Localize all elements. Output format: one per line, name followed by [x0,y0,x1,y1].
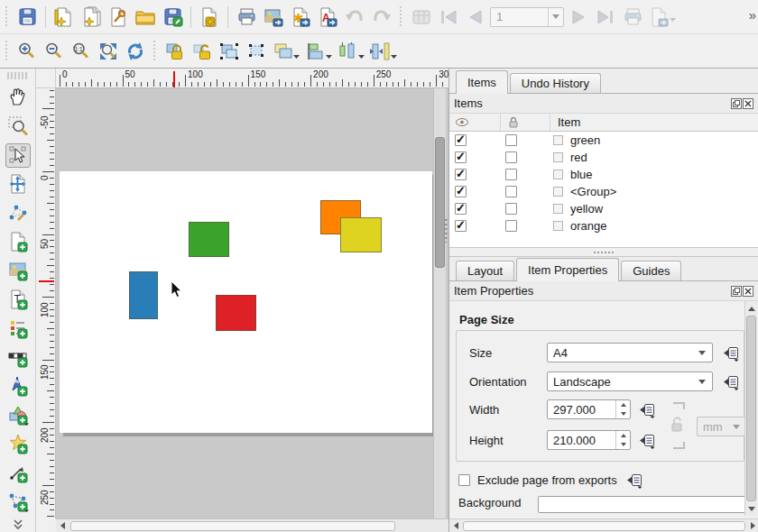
tab-guides[interactable]: Guides [621,261,681,280]
width-data-defined-button[interactable] [636,400,658,418]
spin-up-button[interactable] [616,400,630,409]
refresh-button[interactable] [123,39,148,64]
visibility-column-header[interactable] [449,114,501,131]
size-data-defined-button[interactable] [720,344,742,362]
item-column-header[interactable]: Item [550,115,580,129]
toolbar-drag-handle[interactable] [398,6,405,28]
dock-splitter[interactable] [449,248,758,256]
atlas-next-button[interactable] [566,5,591,30]
units-combobox[interactable]: mm [697,417,747,436]
item-visibility-checkbox[interactable] [455,186,467,197]
new-layout-button[interactable] [51,5,77,30]
export-pdf-button[interactable]: A [315,5,340,30]
width-spinbox[interactable]: 297.000 [547,399,631,419]
tab-layout[interactable]: Layout [456,261,514,280]
exclude-page-checkbox[interactable] [458,474,470,486]
add-node-item-button[interactable] [5,489,31,513]
add-shape-button[interactable] [5,402,31,427]
float-panel-button[interactable] [731,286,742,297]
undo-button[interactable] [342,5,367,30]
spin-up-button[interactable] [616,431,630,440]
print-button[interactable] [234,5,259,30]
zoom-actual-button[interactable]: 1:1 [69,39,94,64]
open-template-button[interactable] [133,5,158,30]
item-visibility-checkbox[interactable] [455,220,467,232]
export-svg-button[interactable] [288,5,313,30]
scroll-down-button[interactable] [745,502,757,515]
scroll-right-button[interactable] [746,520,758,532]
orientation-combobox[interactable]: Landscape [547,371,713,391]
resize-items-button[interactable] [368,39,399,64]
zoom-full-button[interactable] [96,39,121,64]
add-north-arrow-button[interactable]: N [5,373,31,398]
height-data-defined-button[interactable] [636,431,658,449]
scroll-up-button[interactable] [745,302,757,315]
atlas-settings-button[interactable] [409,5,434,30]
add-page-button[interactable] [5,230,31,254]
tab-item-properties[interactable]: Item Properties [516,258,619,281]
atlas-last-button[interactable] [593,5,618,30]
toolbar-drag-handle[interactable] [152,41,159,62]
export-atlas-button[interactable] [647,5,678,30]
tab-items[interactable]: Items [456,70,508,94]
scrollbar-handle[interactable] [70,521,395,531]
canvas-horizontal-scrollbar[interactable] [56,518,448,532]
item-visibility-checkbox[interactable] [455,203,467,215]
move-item-content-button[interactable] [5,172,31,197]
items-table-row[interactable]: blue [449,166,758,183]
unlock-items-button[interactable] [190,39,215,64]
item-visibility-checkbox[interactable] [455,134,467,146]
item-lock-checkbox[interactable] [505,134,517,146]
print-atlas-button[interactable] [620,5,645,30]
items-table-row[interactable]: yellow [449,200,758,217]
item-lock-checkbox[interactable] [505,186,517,197]
spin-buttons[interactable] [615,400,630,418]
layout-manager-button[interactable] [106,5,131,30]
item-label[interactable]: orange [570,219,606,233]
layout-page[interactable] [60,171,432,433]
add-pages-button[interactable] [197,5,222,30]
toolbar-drag-handle[interactable] [7,72,29,79]
atlas-page-dropdown[interactable] [548,8,563,26]
item-lock-checkbox[interactable] [505,220,517,232]
atlas-first-button[interactable] [436,5,461,30]
canvas-item-blue[interactable] [129,271,158,319]
panel-horizontal-scrollbar[interactable] [449,518,758,532]
link-width-height-icon[interactable] [670,400,690,451]
raise-items-button[interactable] [271,39,301,64]
items-table-row[interactable]: red [449,149,758,166]
item-visibility-checkbox[interactable] [455,169,467,180]
scrollbar-handle[interactable] [435,137,445,268]
duplicate-layout-button[interactable] [79,5,104,30]
zoom-in-button[interactable] [14,39,40,64]
export-image-button[interactable] [261,5,286,30]
size-combobox[interactable]: A4 [547,343,713,362]
zoom-tool-button[interactable] [5,115,31,139]
item-visibility-checkbox[interactable] [455,151,467,163]
item-label[interactable]: blue [570,168,593,181]
add-picture-button[interactable] [5,259,31,283]
items-table-row[interactable]: green [449,132,758,149]
canvas-item-green[interactable] [189,222,229,257]
item-label[interactable]: yellow [570,202,603,216]
align-items-button[interactable] [303,39,334,64]
canvas-item-yellow[interactable] [340,217,382,252]
scroll-left-button[interactable] [56,520,69,532]
item-label[interactable]: green [570,133,600,147]
item-lock-checkbox[interactable] [505,169,517,180]
canvas-item-red[interactable] [216,295,256,331]
item-lock-checkbox[interactable] [505,151,517,163]
add-marker-button[interactable] [5,431,31,455]
toolbar-drag-handle[interactable] [4,6,11,28]
spin-buttons[interactable] [615,431,630,449]
height-spinbox[interactable]: 210.000 [547,430,631,450]
ungroup-items-button[interactable] [244,39,269,64]
orientation-data-defined-button[interactable] [720,372,742,390]
scroll-left-button[interactable] [449,520,462,532]
save-project-button[interactable] [14,5,40,30]
float-panel-button[interactable] [731,98,742,109]
panel-vertical-scrollbar[interactable] [744,301,757,516]
add-scalebar-button[interactable] [5,344,31,369]
items-table-row[interactable]: <Group> [449,183,758,200]
item-label[interactable]: red [570,151,587,164]
